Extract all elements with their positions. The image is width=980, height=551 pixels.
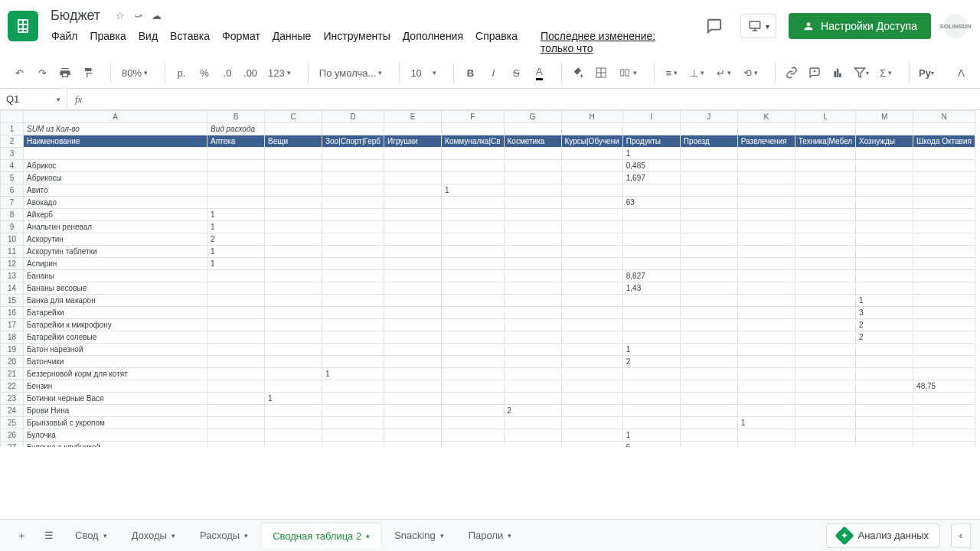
- cell-H14[interactable]: [561, 282, 622, 295]
- cell-G18[interactable]: [504, 331, 561, 344]
- cell-L6[interactable]: [795, 184, 855, 197]
- cell-B14[interactable]: [207, 282, 265, 295]
- cell-D24[interactable]: [322, 405, 384, 417]
- functions-button[interactable]: Σ▾: [875, 62, 897, 83]
- cell-E11[interactable]: [384, 246, 442, 258]
- row-header-12[interactable]: 12: [1, 258, 24, 270]
- cell-B26[interactable]: [207, 429, 265, 442]
- cell-A5[interactable]: Абрикосы: [24, 172, 207, 184]
- cell-N10[interactable]: [913, 233, 975, 246]
- cell-K7[interactable]: [737, 197, 795, 209]
- menu-Вставка[interactable]: Вставка: [165, 27, 215, 57]
- col-header-N[interactable]: N: [913, 111, 975, 123]
- row-header-16[interactable]: 16: [1, 307, 24, 319]
- cell-I26[interactable]: 1: [622, 429, 680, 442]
- cell-L19[interactable]: [795, 344, 855, 356]
- link-button[interactable]: [782, 62, 802, 83]
- cell-J12[interactable]: [680, 258, 737, 270]
- cell-L15[interactable]: [795, 295, 855, 307]
- cell-N5[interactable]: [913, 172, 975, 184]
- cell-K17[interactable]: [737, 319, 795, 331]
- cell-D23[interactable]: [322, 393, 384, 405]
- cell-J7[interactable]: [680, 197, 737, 209]
- cell-J5[interactable]: [680, 172, 737, 184]
- cell-F4[interactable]: [442, 160, 504, 172]
- cell-M6[interactable]: [856, 184, 913, 197]
- cell-J9[interactable]: [680, 221, 737, 233]
- cell-M7[interactable]: [856, 197, 913, 209]
- cell-G8[interactable]: [504, 209, 561, 221]
- cell-A25[interactable]: Брынзовый с укропом: [24, 417, 207, 429]
- cell-J16[interactable]: [680, 307, 737, 319]
- cell-L25[interactable]: [795, 417, 855, 429]
- cell-G9[interactable]: [504, 221, 561, 233]
- cell-H21[interactable]: [561, 368, 622, 380]
- cell-A19[interactable]: Батон нарезной: [24, 344, 207, 356]
- cell-L8[interactable]: [795, 209, 855, 221]
- cell-J8[interactable]: [680, 209, 737, 221]
- cell-N18[interactable]: [913, 331, 975, 344]
- cell-D15[interactable]: [322, 295, 384, 307]
- menu-Дополнения[interactable]: Дополнения: [397, 27, 469, 57]
- cell-H6[interactable]: [561, 184, 622, 197]
- move-icon[interactable]: ⤻: [134, 10, 142, 21]
- cell-J10[interactable]: [680, 233, 737, 246]
- cell-N14[interactable]: [913, 282, 975, 295]
- merge-button[interactable]: ▾: [614, 62, 642, 83]
- cell-B18[interactable]: [207, 331, 265, 344]
- row-header-26[interactable]: 26: [1, 429, 24, 442]
- cell-A12[interactable]: Аспирин: [24, 258, 207, 270]
- cell-I6[interactable]: [622, 184, 680, 197]
- cell-I10[interactable]: [622, 233, 680, 246]
- cell-F6[interactable]: 1: [442, 184, 504, 197]
- cell-K25[interactable]: 1: [737, 417, 795, 429]
- cell-E15[interactable]: [384, 295, 442, 307]
- cell-J19[interactable]: [680, 344, 737, 356]
- cell-I13[interactable]: 8,827: [622, 270, 680, 282]
- chart-button[interactable]: [828, 62, 848, 83]
- cell-N12[interactable]: [913, 258, 975, 270]
- cell-E26[interactable]: [384, 429, 442, 442]
- cell-I16[interactable]: [622, 307, 680, 319]
- cell-C22[interactable]: [265, 380, 322, 393]
- cell-F27[interactable]: [442, 442, 504, 448]
- font-dropdown[interactable]: По умолча...▾: [315, 62, 387, 83]
- cell-H20[interactable]: [561, 356, 622, 368]
- wrap-button[interactable]: ↵▾: [712, 62, 736, 83]
- cell-I3[interactable]: 1: [622, 148, 680, 160]
- spreadsheet-grid[interactable]: ABCDEFGHIJKLMN1SUM из Кол-воВид расхода2…: [0, 110, 980, 447]
- collapse-toolbar-icon[interactable]: ᐱ: [951, 62, 971, 83]
- cell-H17[interactable]: [561, 319, 622, 331]
- col-header-B[interactable]: B: [207, 111, 265, 123]
- comments-icon[interactable]: [701, 12, 728, 40]
- row-header-7[interactable]: 7: [1, 197, 24, 209]
- cell-J14[interactable]: [680, 282, 737, 295]
- cell-K11[interactable]: [737, 246, 795, 258]
- cell-J4[interactable]: [680, 160, 737, 172]
- cell-G17[interactable]: [504, 319, 561, 331]
- cell-M14[interactable]: [856, 282, 913, 295]
- cell-C13[interactable]: [265, 270, 322, 282]
- cell-C10[interactable]: [265, 233, 322, 246]
- cell-E12[interactable]: [384, 258, 442, 270]
- row-header-3[interactable]: 3: [1, 148, 24, 160]
- cell-I7[interactable]: 63: [622, 197, 680, 209]
- cell-J21[interactable]: [680, 368, 737, 380]
- row-header-23[interactable]: 23: [1, 393, 24, 405]
- cell-A21[interactable]: Беззерновой корм для котят: [24, 368, 207, 380]
- row-header-11[interactable]: 11: [1, 246, 24, 258]
- cell-G27[interactable]: [504, 442, 561, 448]
- cell-M22[interactable]: [856, 380, 913, 393]
- cell-N23[interactable]: [913, 393, 975, 405]
- cell-B21[interactable]: [207, 368, 265, 380]
- cell-K13[interactable]: [737, 270, 795, 282]
- cell-M19[interactable]: [856, 344, 913, 356]
- cell-G3[interactable]: [504, 148, 561, 160]
- cell-L7[interactable]: [795, 197, 855, 209]
- cell-G10[interactable]: [504, 233, 561, 246]
- cell-D19[interactable]: [322, 344, 384, 356]
- cell-D21[interactable]: 1: [322, 368, 384, 380]
- cell-J26[interactable]: [680, 429, 737, 442]
- decrease-decimal[interactable]: .0: [217, 62, 237, 83]
- cell-B13[interactable]: [207, 270, 265, 282]
